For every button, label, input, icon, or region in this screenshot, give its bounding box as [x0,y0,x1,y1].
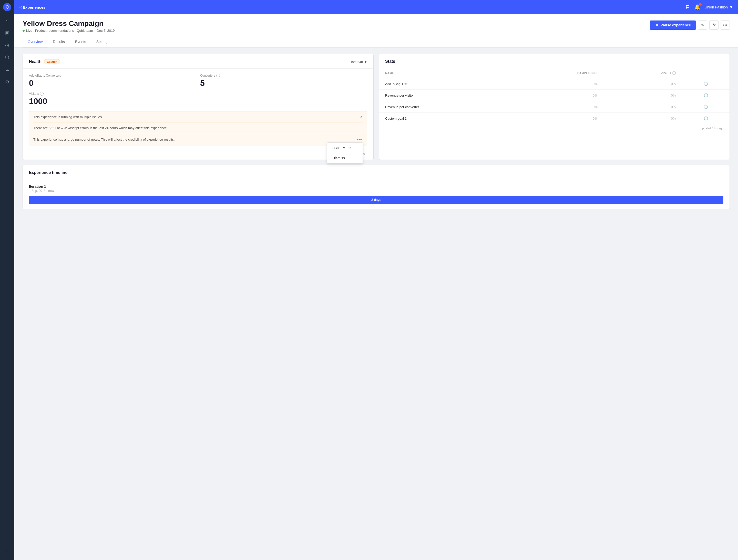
tab-settings[interactable]: Settings [91,37,114,47]
row-sample-1: 0% [511,78,604,90]
dropdown-menu: Learn More Dismiss [327,142,363,163]
health-card-header: Health Caution last 24h ▼ [23,54,373,69]
time-selector-label: last 24h [351,60,363,64]
edit-button[interactable]: ✎ [698,20,707,30]
content-area: Yellow Dress Campaign Live · Product rec… [14,14,738,560]
sidebar-item-cloud[interactable]: ☁ [2,65,12,75]
page-body: Health Caution last 24h ▼ AddtoBag 1 Con… [14,48,738,215]
row-name-3: Revenue per converter [379,101,511,113]
add-to-bag-label: AddtoBag 1 Converters [29,74,196,77]
tab-events[interactable]: Events [70,37,91,47]
sidebar-item-clock[interactable]: ◷ [2,40,12,50]
header-actions: ⏸ Pause experience ✎ 👁 ••• [650,20,730,30]
sidebar-item-settings[interactable]: ⚙ [2,77,12,87]
page-subtitle: Live · Product recommendations · Qubit t… [23,29,114,33]
sidebar-item-monitor[interactable]: ▣ [2,28,12,38]
row-uplift-2: 0% [604,90,682,101]
pause-label: Pause experience [661,23,691,27]
issue-1: There are 5521 new Javascript errors in … [33,122,363,131]
clock-icon-1: 🕐 [704,82,708,86]
stats-tbody: AddToBag 1 ★ 0% 0% 🕐 Revenue per visitor… [379,78,730,124]
col-sample-size: SAMPLE SIZE [511,68,604,78]
page-title-area: Yellow Dress Campaign Live · Product rec… [23,19,114,33]
pause-experience-button[interactable]: ⏸ Pause experience [650,20,696,30]
row-uplift-3: 0% [604,101,682,113]
timeline-title: Experience timeline [29,170,67,175]
col-name: NAME [379,68,511,78]
app-logo[interactable]: Q [3,3,11,11]
health-title: Health [29,59,41,64]
row-action-4[interactable]: 🕐 [682,113,730,124]
health-card: Health Caution last 24h ▼ AddtoBag 1 Con… [23,54,374,160]
main-area: < Experiences 🖥 🔔 Union Fashion ▼ Yellow… [14,0,738,560]
sidebar-item-network[interactable]: ⬡ [2,52,12,62]
chevron-down-icon: ▼ [364,60,367,64]
table-row: Revenue per visitor 0% 0% 🕐 [379,90,730,101]
converters-info-icon[interactable]: i [216,74,220,77]
row-uplift-1: 0% [604,78,682,90]
row-sample-4: 0% [511,113,604,124]
visitors-label: Visitors i [29,92,196,95]
issues-title: This experience is running with multiple… [33,115,103,119]
row-action-1[interactable]: 🕐 [682,78,730,90]
sidebar-item-home[interactable]: ⌂ [2,15,12,26]
preview-button[interactable]: 👁 [709,20,719,30]
topnav-icons: 🖥 🔔 Union Fashion ▼ [685,4,733,10]
stats-title: Stats [385,59,395,64]
timeline-bar-wrapper: 3 days [29,196,723,204]
stats-card-header: Stats [379,54,730,68]
table-row: AddToBag 1 ★ 0% 0% 🕐 [379,78,730,90]
add-to-bag-metric: AddtoBag 1 Converters 0 [29,74,196,88]
row-sample-3: 0% [511,101,604,113]
more-options-button[interactable]: ••• [721,20,730,30]
row-name-1: AddToBag 1 ★ [379,78,511,90]
notification-badge [699,3,702,6]
caution-badge: Caution [44,59,60,64]
issues-box: This experience is running with multiple… [29,111,367,146]
row-action-2[interactable]: 🕐 [682,90,730,101]
converters-value: 5 [200,78,367,88]
star-icon-1: ★ [404,82,407,86]
back-button[interactable]: < Experiences [19,5,45,9]
health-updated: updated 4 m... [23,150,373,160]
bell-wrapper: 🔔 [694,4,701,10]
tabs: Overview Results Events Settings [23,37,730,47]
timeline-card-header: Experience timeline [23,165,730,179]
issue-2-text: This experience has a large number of go… [33,137,356,142]
clock-icon-4: 🕐 [704,116,708,120]
iteration-date: 1 Sep, 2018 - now [29,189,723,193]
visitors-info-icon[interactable]: i [40,92,44,95]
learn-more-item[interactable]: Learn More [327,143,363,153]
stats-table: NAME SAMPLE SIZE UPLIFT i [379,68,730,124]
dismiss-item[interactable]: Dismiss [327,153,363,163]
monitor-icon[interactable]: 🖥 [685,4,690,10]
visitors-metric: Visitors i 1000 [29,92,196,106]
time-selector[interactable]: last 24h ▼ [351,60,367,64]
timeline-bar: 3 days [29,196,723,204]
sidebar-collapse-button[interactable]: → [2,547,12,557]
timeline-card: Experience timeline Iteration 1 1 Sep, 2… [23,165,730,209]
user-menu[interactable]: Union Fashion ▼ [705,5,733,9]
timeline-bar-label: 3 days [371,198,381,201]
tab-results[interactable]: Results [48,37,70,47]
page-title: Yellow Dress Campaign [23,19,114,28]
clock-icon-2: 🕐 [704,93,708,97]
top-row: Health Caution last 24h ▼ AddtoBag 1 Con… [23,54,730,160]
user-name: Union Fashion [705,5,728,9]
tab-overview[interactable]: Overview [23,37,48,47]
row-action-3[interactable]: 🕐 [682,101,730,113]
collapse-issues-button[interactable]: ∧ [360,115,363,119]
converters-label: Converters i [200,74,367,77]
issue-2-more-button[interactable]: ••• [356,137,363,142]
pause-icon: ⏸ [655,23,659,27]
stats-card: Stats NAME SAMPLE SIZE UPLIFT i [379,54,730,160]
topnav: < Experiences 🖥 🔔 Union Fashion ▼ [14,0,738,14]
issue-1-text: There are 5521 new Javascript errors in … [33,125,363,131]
health-title-area: Health Caution [29,59,60,64]
issues-header: This experience is running with multiple… [33,115,363,119]
stats-updated: updated 4 hrs ago [379,124,730,132]
table-row: Revenue per converter 0% 0% 🕐 [379,101,730,113]
uplift-info-icon[interactable]: i [672,71,676,75]
live-indicator [23,30,25,32]
visitors-value: 1000 [29,97,196,106]
